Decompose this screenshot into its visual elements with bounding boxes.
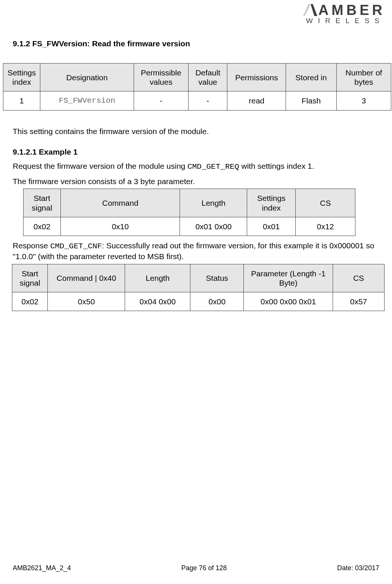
paragraph: Response CMD_GET_CNF: Successfully read … [13, 240, 385, 262]
paragraph: This setting contains the firmware versi… [13, 126, 385, 136]
text: with settings index 1. [239, 162, 314, 170]
table-row: 0x02 0x10 0x01 0x00 0x01 0x12 [24, 217, 355, 236]
th: CS [333, 264, 385, 292]
td: 0x04 0x00 [125, 292, 190, 311]
td: 0x12 [296, 217, 355, 236]
table-row: 1 FS_FWVersion - - read Flash 3 [3, 91, 391, 110]
th: Status [190, 264, 244, 292]
td: 0x10 [60, 217, 180, 236]
th: Start signal [24, 189, 61, 217]
text: Request the firmware version of the modu… [13, 162, 187, 170]
footer-right: Date: 03/2017 [337, 564, 379, 572]
th: Settings index [3, 63, 40, 91]
text: Response [13, 241, 50, 250]
th: Permissions [227, 63, 286, 91]
content: 9.1.2 FS_FWVersion: Read the firmware ve… [12, 39, 385, 311]
table-row: 0x02 0x50 0x04 0x00 0x00 0x00 0x00 0x01 … [12, 292, 385, 311]
td: - [188, 91, 227, 110]
logo-mark-icon [303, 4, 317, 16]
th: Stored in [286, 63, 337, 91]
response-table: Start signal Command | 0x40 Length Statu… [12, 264, 385, 311]
td: - [134, 91, 188, 110]
page: AMBER WIRELESS 9.1.2 FS_FWVersion: Read … [0, 0, 392, 584]
th: Command | 0x40 [48, 264, 125, 292]
td: 0x57 [333, 292, 385, 311]
brand-logo: AMBER WIRELESS [277, 4, 385, 25]
brand-text-1: AMBER [318, 4, 385, 16]
td: 0x02 [24, 217, 61, 236]
footer-left: AMB2621_MA_2_4 [13, 564, 71, 572]
td: 0x00 0x00 0x01 [244, 292, 333, 311]
td: FS_FWVersion [40, 91, 134, 110]
td: read [227, 91, 286, 110]
th: CS [296, 189, 355, 217]
subsection-heading: 9.1.2.1 Example 1 [13, 147, 385, 156]
code-text: CMD_GET_REQ [187, 162, 239, 171]
td: 0x50 [48, 292, 125, 311]
th: Command [60, 189, 180, 217]
paragraph: Request the firmware version of the modu… [13, 161, 385, 172]
section-heading: 9.1.2 FS_FWVersion: Read the firmware ve… [13, 39, 385, 48]
brand-text-2: WIRELESS [277, 17, 385, 25]
th: Length [180, 189, 247, 217]
th: Parameter (Length -1 Byte) [244, 264, 333, 292]
th: Settings index [247, 189, 296, 217]
request-table: Start signal Command Length Settings ind… [23, 189, 355, 236]
brand-line1: AMBER [303, 4, 385, 16]
th: Default value [188, 63, 227, 91]
td: 0x01 0x00 [180, 217, 247, 236]
settings-table: Settings index Designation Permissible v… [3, 63, 391, 111]
td: 0x00 [190, 292, 244, 311]
td: Flash [286, 91, 337, 110]
th: Start signal [12, 264, 48, 292]
th: Permissible values [134, 63, 188, 91]
paragraph: The firmware version consists of a 3 byt… [13, 176, 385, 186]
footer-center: Page 76 of 128 [181, 564, 227, 572]
page-footer: AMB2621_MA_2_4 Page 76 of 128 Date: 03/2… [13, 564, 379, 572]
td: 1 [3, 91, 40, 110]
td: 3 [336, 91, 391, 110]
th: Designation [40, 63, 134, 91]
th: Length [125, 264, 190, 292]
td: 0x02 [12, 292, 48, 311]
th: Number of bytes [336, 63, 391, 91]
td: 0x01 [247, 217, 296, 236]
code-text: CMD_GET_CNF [50, 242, 102, 251]
